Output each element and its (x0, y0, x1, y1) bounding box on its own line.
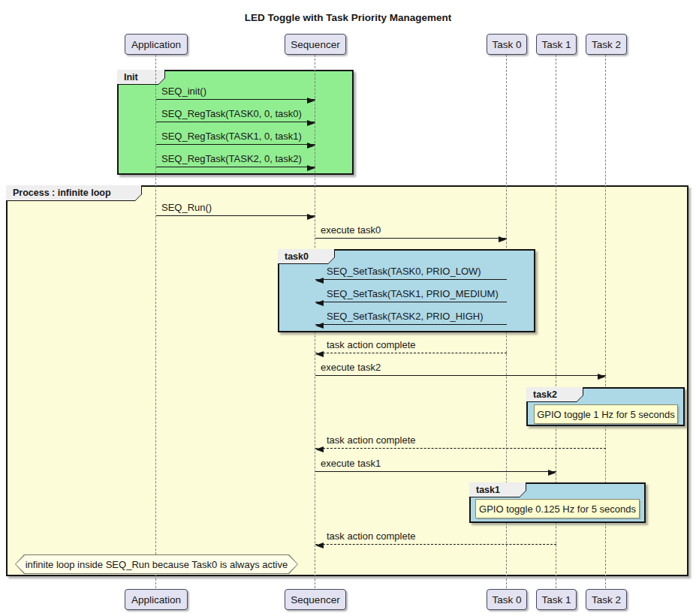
arrowhead-left-icon (315, 278, 324, 284)
arrowhead-left-icon (315, 351, 324, 357)
arrowhead-left-icon (315, 542, 324, 548)
message-label: SEQ_RegTask(TASK1, 0, task1) (161, 131, 302, 142)
message-task2-complete: task action complete (315, 433, 606, 449)
participant-label: Task 2 (592, 39, 621, 50)
message-execute-task2: execute task2 (315, 360, 606, 376)
message-label: task action complete (327, 339, 416, 350)
message-execute-task1: execute task1 (315, 456, 556, 472)
participant-task2-top: Task 2 (586, 34, 627, 55)
message-label: execute task1 (321, 458, 381, 469)
participant-label: Task 2 (592, 594, 621, 605)
message-label: SEQ_Run() (161, 202, 212, 213)
note-task1-gpio: GPIO toggle 0.125 Hz for 5 seconds (475, 499, 640, 518)
note-task2-gpio: GPIO toggle 1 Hz for 5 seconds (534, 404, 678, 424)
note-text: GPIO toggle 0.125 Hz for 5 seconds (479, 503, 636, 515)
message-line (315, 375, 606, 376)
message-line (156, 144, 315, 145)
participant-label: Sequencer (291, 39, 339, 50)
message-line (315, 544, 556, 545)
arrowhead-right-icon (548, 470, 556, 476)
group-init-label: Init (117, 70, 164, 84)
message-task1-complete: task action complete (315, 529, 556, 545)
arrowhead-right-icon (307, 120, 315, 126)
participant-application-top: Application (125, 34, 188, 55)
participant-label: Application (131, 39, 181, 50)
participant-sequencer-bottom: Sequencer (285, 589, 346, 610)
arrowhead-right-icon (307, 98, 315, 104)
arrowhead-right-icon (307, 143, 315, 149)
group-task2-header: task2 (526, 387, 583, 402)
message-label: task action complete (327, 530, 416, 542)
participant-task1-bottom: Task 1 (536, 589, 577, 610)
message-label: SEQ_RegTask(TASK0, 0, task0) (161, 108, 302, 119)
message-line (315, 302, 507, 302)
participant-label: Application (131, 594, 181, 605)
message-regtask2: SEQ_RegTask(TASK2, 0, task2) (156, 152, 315, 167)
message-line (315, 448, 606, 449)
message-label: SEQ_SetTask(TASK0, PRIO_LOW) (327, 266, 481, 277)
message-line (156, 167, 315, 167)
participant-task2-bottom: Task 2 (586, 589, 627, 610)
message-settask0: SEQ_SetTask(TASK0, PRIO_LOW) (315, 264, 507, 280)
participant-task0-bottom: Task 0 (487, 589, 527, 610)
message-line (315, 324, 507, 325)
group-process-header: Process : infinite loop (6, 185, 142, 201)
message-label: SEQ_SetTask(TASK1, PRIO_MEDIUM) (327, 288, 499, 299)
message-seq-init: SEQ_init() (156, 84, 315, 100)
note-text: GPIO toggle 1 Hz for 5 seconds (537, 409, 675, 420)
participant-task0-top: Task 0 (487, 34, 527, 55)
message-line (156, 215, 315, 216)
arrowhead-right-icon (598, 374, 606, 380)
message-label: SEQ_init() (161, 86, 206, 97)
diagram-title: LED Toggle with Task Priority Management (0, 12, 696, 23)
participant-task1-top: Task 1 (536, 34, 577, 55)
group-task0-header: task0 (278, 249, 335, 264)
arrowhead-left-icon (315, 323, 324, 329)
message-line (156, 122, 315, 122)
hnote-infinite-loop: infinite loop inside SEQ_Run because Tas… (15, 554, 298, 574)
group-task2-label: task2 (526, 387, 583, 401)
message-label: execute task0 (321, 224, 381, 236)
arrowhead-right-icon (499, 236, 507, 242)
message-execute-task0: execute task0 (315, 223, 507, 239)
participant-label: Task 1 (541, 594, 571, 605)
group-task0-label: task0 (278, 249, 334, 263)
message-label: task action complete (327, 434, 416, 446)
message-settask2: SEQ_SetTask(TASK2, PRIO_HIGH) (315, 309, 507, 325)
participant-application-bottom: Application (125, 589, 188, 610)
message-label: SEQ_RegTask(TASK2, 0, task2) (161, 153, 302, 164)
group-process-label: Process : infinite loop (6, 185, 141, 200)
participant-label: Task 1 (541, 39, 571, 50)
message-line (315, 238, 507, 239)
group-task1-header: task1 (469, 482, 526, 497)
message-seq-run: SEQ_Run() (156, 200, 315, 216)
sequence-diagram: LED Toggle with Task Priority Management… (0, 0, 696, 616)
message-task0-complete: task action complete (315, 338, 507, 353)
message-line (315, 471, 556, 472)
message-line (315, 353, 507, 353)
message-line (156, 99, 315, 100)
participant-sequencer-top: Sequencer (285, 34, 346, 55)
group-init-header: Init (117, 70, 165, 85)
participant-label: Task 0 (492, 39, 521, 50)
message-label: SEQ_SetTask(TASK2, PRIO_HIGH) (327, 311, 484, 322)
arrowhead-left-icon (315, 446, 324, 452)
message-regtask1: SEQ_RegTask(TASK1, 0, task1) (156, 129, 315, 145)
message-line (315, 279, 507, 280)
message-settask1: SEQ_SetTask(TASK1, PRIO_MEDIUM) (315, 287, 507, 302)
hnote-text: infinite loop inside SEQ_Run because Tas… (16, 555, 297, 573)
arrowhead-right-icon (307, 214, 315, 220)
message-label: execute task2 (321, 362, 381, 373)
group-task1-label: task1 (469, 482, 526, 497)
arrowhead-left-icon (315, 300, 324, 306)
participant-label: Sequencer (291, 594, 339, 605)
participant-label: Task 0 (492, 594, 521, 605)
message-regtask0: SEQ_RegTask(TASK0, 0, task0) (156, 107, 315, 122)
arrowhead-right-icon (307, 165, 315, 171)
